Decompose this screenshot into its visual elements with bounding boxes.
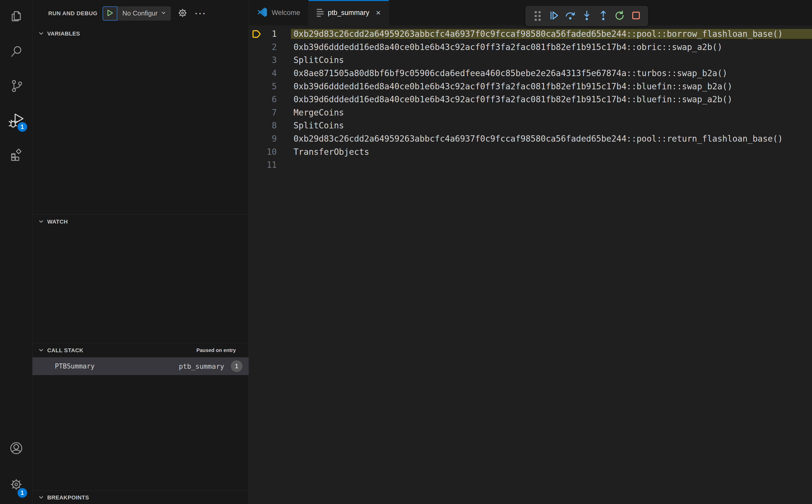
debug-execution-pointer-icon <box>252 29 262 41</box>
account-icon <box>9 441 24 457</box>
line-number: 5 <box>249 81 277 91</box>
close-tab-icon[interactable]: × <box>376 9 381 17</box>
code-line[interactable]: 20xb39d6dddedd16ed8a40ce0b1e6b43c92acf0f… <box>249 41 812 54</box>
line-text: SplitCoins <box>291 55 812 65</box>
accounts-button[interactable] <box>0 431 32 466</box>
line-number: 3 <box>249 55 277 65</box>
step-out-icon <box>598 10 609 22</box>
tab-label: Welcome <box>272 9 300 17</box>
line-text: SplitCoins <box>291 121 812 130</box>
chevron-down-icon <box>38 30 44 37</box>
line-number: 6 <box>249 94 277 104</box>
settings-badge: 1 <box>17 487 28 498</box>
extensions-button[interactable] <box>0 138 32 173</box>
line-number: 9 <box>249 134 277 144</box>
code-editor[interactable]: 10xb29d83c26cdd2a64959263abbcfc4a6937f0c… <box>249 25 812 172</box>
section-label: WATCH <box>47 219 68 225</box>
line-number: 2 <box>249 42 277 52</box>
line-text: 0xb29d83c26cdd2a64959263abbcfc4a6937f0c9… <box>291 134 812 144</box>
chevron-down-icon <box>161 9 166 17</box>
code-line[interactable]: 11 <box>249 158 812 172</box>
git-branch-icon <box>9 79 23 94</box>
config-dropdown[interactable]: No Configur <box>117 6 171 21</box>
line-number: 4 <box>249 68 277 78</box>
code-line[interactable]: 7MergeCoins <box>249 106 812 119</box>
debug-toolbar <box>526 6 648 26</box>
variables-header[interactable]: VARIABLES <box>32 27 248 41</box>
code-line[interactable]: 10TransferObjects <box>249 145 812 158</box>
call-stack-section: CALL STACK Paused on entry PTBSummary pt… <box>32 343 248 490</box>
tab-ptb-summary[interactable]: ptb_summary × <box>308 0 389 25</box>
more-actions-button[interactable]: ··· <box>194 7 207 20</box>
breakpoints-header[interactable]: BREAKPOINTS <box>32 491 248 504</box>
paused-status: Paused on entry <box>196 347 236 353</box>
code-line[interactable]: 10xb29d83c26cdd2a64959263abbcfc4a6937f0c… <box>249 27 812 41</box>
code-line[interactable]: 40x8ae871505a80d8bf6bf9c05906cda6edfeea4… <box>249 67 812 80</box>
step-into-button[interactable] <box>580 9 594 23</box>
step-over-button[interactable] <box>563 9 577 23</box>
extensions-icon <box>9 148 23 163</box>
sidebar-header: RUN AND DEBUG No Configur <box>32 0 248 27</box>
line-text: 0xb39d6dddedd16ed8a40ce0b1e6b43c92acf0ff… <box>291 81 812 91</box>
stop-button[interactable] <box>629 9 643 23</box>
frame-name: PTBSummary <box>55 362 95 370</box>
code-line[interactable]: 8SplitCoins <box>249 119 812 132</box>
run-and-debug-panel: RUN AND DEBUG No Configur <box>32 0 249 504</box>
breakpoints-section: BREAKPOINTS <box>32 490 248 504</box>
tab-label: ptb_summary <box>328 9 369 17</box>
section-label: CALL STACK <box>47 347 84 354</box>
line-text: 0x8ae871505a80d8bf6bf9c05906cda6edfeea46… <box>291 68 812 78</box>
vscode-logo-icon <box>257 7 268 19</box>
code-line[interactable]: 50xb39d6dddedd16ed8a40ce0b1e6b43c92acf0f… <box>249 80 812 93</box>
code-line[interactable]: 90xb29d83c26cdd2a64959263abbcfc4a6937f0c… <box>249 132 812 145</box>
watch-section: WATCH <box>32 214 248 343</box>
grip-icon <box>535 11 541 21</box>
code-line[interactable]: 60xb39d6dddedd16ed8a40ce0b1e6b43c92acf0f… <box>249 93 812 106</box>
line-number: 11 <box>249 160 277 170</box>
activity-bar: 1 <box>0 0 32 504</box>
debug-settings-button[interactable] <box>176 7 189 20</box>
start-debugging-button[interactable] <box>103 6 117 21</box>
vscode-window: 1 <box>0 0 812 504</box>
variables-section: VARIABLES <box>32 27 248 214</box>
watch-header[interactable]: WATCH <box>32 215 248 229</box>
step-over-icon <box>565 10 576 22</box>
explorer-button[interactable] <box>0 0 32 35</box>
tab-welcome[interactable]: Welcome <box>249 0 308 25</box>
chevron-down-icon <box>38 347 44 354</box>
files-icon <box>9 10 23 25</box>
line-text: 0xb29d83c26cdd2a64959263abbcfc4a6937f0c9… <box>291 29 812 39</box>
debug-config-combo: No Configur <box>103 6 171 21</box>
continue-button[interactable] <box>547 9 561 23</box>
run-and-debug-button[interactable]: 1 <box>0 104 32 138</box>
stop-icon <box>630 10 642 22</box>
line-number: 7 <box>249 108 277 117</box>
gear-icon <box>177 7 188 20</box>
search-icon <box>9 44 23 59</box>
chevron-down-icon <box>38 218 44 225</box>
chevron-down-icon <box>38 494 44 501</box>
line-text: 0xb39d6dddedd16ed8a40ce0b1e6b43c92acf0ff… <box>291 42 812 52</box>
search-button[interactable] <box>0 35 32 69</box>
restart-button[interactable] <box>613 9 627 23</box>
step-into-icon <box>581 10 593 22</box>
code-line[interactable]: 3SplitCoins <box>249 54 812 67</box>
list-icon <box>316 9 324 17</box>
toolbar-drag-handle[interactable] <box>531 9 545 23</box>
debug-count-badge: 1 <box>17 121 28 132</box>
line-text: TransferObjects <box>291 147 812 157</box>
call-stack-header[interactable]: CALL STACK Paused on entry <box>32 343 248 357</box>
settings-button[interactable]: 1 <box>0 466 32 504</box>
section-label: VARIABLES <box>47 30 80 37</box>
play-icon <box>106 9 114 18</box>
panel-title: RUN AND DEBUG <box>48 10 97 17</box>
call-stack-frame[interactable]: PTBSummary ptb_summary 1 <box>32 357 248 375</box>
line-text: MergeCoins <box>291 108 812 117</box>
step-out-button[interactable] <box>596 9 610 23</box>
section-label: BREAKPOINTS <box>47 494 89 501</box>
source-control-button[interactable] <box>0 69 32 104</box>
frame-line-badge: 1 <box>231 360 242 372</box>
editor-area: Welcome ptb_summary × 10xb29d83c26cdd2a6… <box>249 0 812 504</box>
frame-file: ptb_summary <box>179 362 224 370</box>
line-number: 10 <box>249 147 277 157</box>
